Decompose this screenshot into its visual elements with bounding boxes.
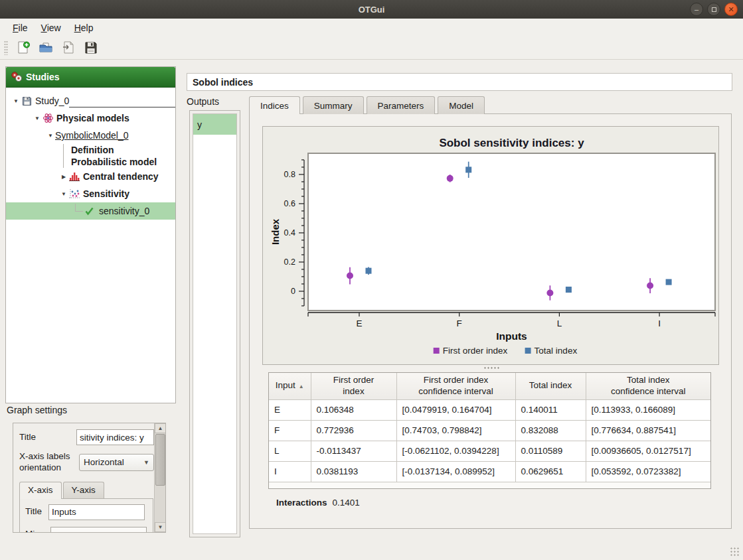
xaxis-min-input[interactable] bbox=[50, 527, 147, 533]
outputs-panel: y bbox=[189, 110, 240, 537]
tab-x-axis[interactable]: X-axis bbox=[19, 482, 62, 498]
check-icon bbox=[84, 206, 96, 216]
menu-view[interactable]: View bbox=[35, 21, 67, 35]
tab-indices[interactable]: Indices bbox=[249, 96, 300, 114]
scroll-up-icon[interactable]: ▲ bbox=[155, 423, 166, 433]
expand-arrow-icon[interactable]: ▼ bbox=[11, 98, 21, 104]
splitter-handle[interactable] bbox=[483, 366, 499, 370]
output-item-y[interactable]: y bbox=[193, 114, 236, 135]
table-cell: [0.74703, 0.798842] bbox=[396, 420, 515, 441]
column-header-first-order-index[interactable]: First order index confidence interval bbox=[396, 373, 515, 399]
data-point bbox=[347, 273, 353, 279]
table-cell: [-0.0137134, 0.089952] bbox=[396, 461, 515, 482]
title-bar[interactable]: OTGui – ✕ bbox=[0, 0, 743, 19]
indices-table: Input▲First order indexFirst order index… bbox=[269, 373, 710, 482]
resize-grip-icon[interactable] bbox=[730, 547, 739, 556]
histogram-icon bbox=[68, 171, 80, 182]
chart-title-input[interactable] bbox=[76, 429, 154, 445]
expand-arrow-icon[interactable]: ▼ bbox=[46, 133, 55, 139]
tab-y-axis[interactable]: Y-axis bbox=[63, 482, 104, 498]
scroll-down-icon[interactable]: ▼ bbox=[155, 522, 166, 532]
main-tab-bar: IndicesSummaryParametersModel bbox=[249, 96, 487, 114]
table-cell: E bbox=[269, 399, 311, 420]
toolbar-grip[interactable] bbox=[4, 40, 8, 55]
tree-connector bbox=[63, 144, 71, 156]
indices-tab-panel: Sobol sensitivity indices: y00.20.40.60.… bbox=[249, 113, 732, 529]
table-cell: 0.0110589 bbox=[515, 441, 586, 461]
chart-title-label: Title bbox=[19, 432, 36, 443]
studies-header-label: Studies bbox=[26, 72, 60, 82]
data-point bbox=[566, 287, 572, 293]
tree-item-label: Study_0 bbox=[35, 96, 69, 106]
tree-item-label: Probabilistic model bbox=[71, 157, 157, 167]
svg-text:0: 0 bbox=[291, 287, 295, 296]
svg-text:F: F bbox=[457, 318, 462, 328]
table-cell: 0.0381193 bbox=[311, 461, 396, 482]
save-icon[interactable] bbox=[81, 38, 101, 57]
svg-text:I: I bbox=[658, 318, 661, 328]
xaxis-settings-group: Title Min bbox=[19, 498, 153, 533]
graph-settings-scrollbar[interactable]: ▲ ▼ bbox=[154, 423, 165, 532]
x-axis-label: Inputs bbox=[496, 330, 527, 342]
tree-item-symbolicmodel-0[interactable]: ▼SymbolicModel_0 bbox=[6, 127, 175, 144]
xaxis-min-label: Min bbox=[25, 529, 40, 533]
axis-tabs: X-axisY-axis bbox=[19, 482, 154, 498]
svg-text:0.4: 0.4 bbox=[284, 228, 295, 238]
table-cell: 0.140011 bbox=[515, 399, 586, 420]
table-cell: 0.772936 bbox=[311, 420, 396, 441]
menu-file[interactable]: File bbox=[7, 21, 34, 35]
legend-swatch bbox=[525, 348, 531, 354]
expand-arrow-icon[interactable]: ▼ bbox=[59, 191, 68, 197]
studies-tree: ▼Study_0▼Physical models▼SymbolicModel_0… bbox=[6, 88, 175, 220]
xaxis-title-input[interactable] bbox=[48, 504, 145, 520]
gears-icon bbox=[10, 70, 23, 84]
scatter-icon bbox=[68, 188, 80, 199]
legend-label: First order index bbox=[443, 346, 508, 356]
close-icon[interactable]: ✕ bbox=[724, 3, 738, 16]
table-cell: [0.113933, 0.166089] bbox=[586, 399, 710, 420]
chevron-down-icon: ▼ bbox=[143, 459, 149, 466]
expand-arrow-icon[interactable]: ▼ bbox=[33, 115, 42, 121]
tree-item-sensitivity-0[interactable]: sensitivity_0 bbox=[6, 202, 175, 220]
tree-item-study-0[interactable]: ▼Study_0 bbox=[6, 92, 175, 109]
legend-swatch bbox=[434, 348, 440, 354]
table-cell: F bbox=[269, 420, 311, 441]
y-axis-label: Index bbox=[270, 218, 281, 245]
svg-text:0.8: 0.8 bbox=[284, 170, 295, 179]
tree-item-probabilistic-model[interactable]: Probabilistic model bbox=[6, 156, 175, 168]
table-cell: [-0.0621102, 0.0394228] bbox=[396, 441, 515, 461]
data-point bbox=[546, 289, 553, 296]
tree-item-sensitivity[interactable]: ▼Sensitivity bbox=[6, 185, 175, 202]
tab-summary[interactable]: Summary bbox=[303, 96, 364, 114]
collapse-arrow-icon[interactable]: ▶ bbox=[59, 174, 68, 180]
minimize-icon[interactable]: – bbox=[690, 3, 703, 16]
table-cell: 0.832088 bbox=[515, 420, 586, 441]
outputs-list: y bbox=[193, 113, 237, 534]
xaxis-title-label: Title bbox=[25, 506, 42, 518]
column-header-total-index[interactable]: Total index bbox=[515, 373, 586, 399]
tree-item-physical-models[interactable]: ▼Physical models bbox=[6, 109, 175, 127]
table-row: L-0.0113437[-0.0621102, 0.0394228]0.0110… bbox=[269, 441, 710, 461]
new-document-icon[interactable] bbox=[13, 38, 33, 57]
table-cell: 0.0629651 bbox=[515, 461, 586, 482]
tab-parameters[interactable]: Parameters bbox=[367, 96, 436, 114]
open-folder-icon[interactable] bbox=[36, 38, 56, 57]
studies-panel: Studies ▼Study_0▼Physical models▼Symboli… bbox=[5, 66, 176, 403]
xaxis-orientation-select[interactable]: Horizontal ▼ bbox=[79, 454, 154, 471]
svg-text:E: E bbox=[356, 318, 362, 328]
maximize-icon[interactable] bbox=[707, 3, 720, 16]
export-script-icon[interactable] bbox=[58, 38, 78, 57]
scrollbar-thumb[interactable] bbox=[155, 434, 165, 486]
tree-item-definition[interactable]: Definition bbox=[6, 144, 175, 156]
column-header-total-index[interactable]: Total index confidence interval bbox=[586, 373, 710, 399]
column-header-input[interactable]: Input▲ bbox=[269, 373, 311, 399]
column-header-first-order[interactable]: First order index bbox=[311, 373, 396, 399]
graph-settings-label: Graph settings bbox=[7, 405, 67, 415]
tab-model[interactable]: Model bbox=[438, 96, 485, 114]
interactions-label: Interactions bbox=[276, 498, 327, 508]
tree-connector bbox=[75, 204, 83, 212]
tree-item-underline bbox=[69, 107, 175, 107]
menu-help[interactable]: Help bbox=[68, 21, 100, 35]
tree-item-central-tendency[interactable]: ▶Central tendency bbox=[6, 168, 175, 185]
graph-settings-panel: Title X-axis labelsorientation Horizonta… bbox=[13, 423, 166, 533]
